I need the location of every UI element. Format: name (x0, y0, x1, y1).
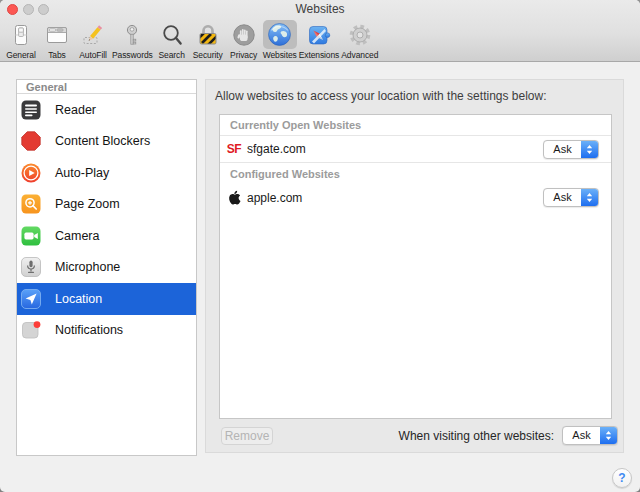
toolbar-label: Security (193, 50, 223, 60)
toolbar-item-general[interactable]: General (4, 20, 38, 60)
site-name: apple.com (247, 191, 543, 205)
play-circle-icon (21, 163, 41, 183)
toolbar-item-search[interactable]: Search (155, 20, 189, 60)
help-button[interactable]: ? (612, 468, 632, 488)
sidebar-item-label: Notifications (55, 323, 123, 337)
hand-icon (227, 20, 261, 49)
tabs-window-icon (40, 20, 74, 49)
sidebar-item-camera[interactable]: Camera (17, 220, 196, 252)
section-header-configured: Configured Websites (220, 163, 611, 184)
window-title: Websites (0, 2, 640, 16)
globe-icon (263, 20, 297, 49)
panel-heading: Allow websites to access your location w… (206, 80, 623, 103)
sidebar-item-microphone[interactable]: Microphone (17, 252, 196, 284)
toolbar-item-extensions[interactable]: Extensions (299, 20, 340, 60)
toolbar-label: Search (159, 50, 185, 60)
microphone-icon (21, 257, 41, 277)
sidebar-item-label: Reader (55, 103, 96, 117)
sfgate-favicon: SF (226, 141, 242, 157)
popup-stepper-icon (600, 427, 617, 444)
video-camera-icon (21, 226, 41, 246)
sidebar-item-page-zoom[interactable]: Page Zoom (17, 189, 196, 221)
sidebar-item-label: Location (55, 292, 102, 306)
puzzle-compass-icon (302, 20, 336, 49)
when-visiting-label: When visiting other websites: (399, 429, 554, 443)
sidebar-item-auto-play[interactable]: Auto-Play (17, 157, 196, 189)
sidebar-item-label: Content Blockers (55, 134, 150, 148)
toolbar-label: General (6, 50, 36, 60)
toolbar-item-advanced[interactable]: Advanced (341, 20, 378, 60)
toolbar-label: Passwords (112, 50, 153, 60)
toolbar-label: Websites (263, 50, 297, 60)
toolbar-item-tabs[interactable]: Tabs (40, 20, 74, 60)
light-switch-icon (4, 20, 38, 49)
site-name: sfgate.com (247, 142, 543, 156)
panel-footer: Remove When visiting other websites: Ask (206, 419, 623, 452)
when-visiting-popup[interactable]: Ask (562, 426, 618, 445)
table-row-sfgate[interactable]: SF sfgate.com Ask (220, 136, 611, 163)
section-header-currently-open: Currently Open Websites (220, 115, 611, 136)
hazard-lock-icon (191, 20, 225, 49)
window-chrome: Websites General (0, 0, 640, 62)
sidebar-item-content-blockers[interactable]: Content Blockers (17, 126, 196, 158)
sidebar-item-reader[interactable]: Reader (17, 94, 196, 126)
toolbar-label: Advanced (341, 50, 378, 60)
navigation-arrow-icon (21, 289, 41, 309)
apple-favicon (226, 190, 242, 206)
toolbar-label: AutoFill (79, 50, 107, 60)
toolbar-label: Privacy (230, 50, 257, 60)
table-row-apple[interactable]: apple.com Ask (220, 184, 611, 211)
sidebar-item-notifications[interactable]: Notifications (17, 315, 196, 347)
toolbar-label: Extensions (299, 50, 340, 60)
popup-stepper-icon (581, 141, 598, 158)
websites-table: Currently Open Websites SF sfgate.com As… (219, 114, 612, 419)
websites-sidebar: General Reader (16, 79, 197, 456)
remove-button[interactable]: Remove (221, 427, 273, 445)
popup-value: Ask (544, 141, 581, 158)
permission-popup-apple[interactable]: Ask (543, 188, 599, 207)
stop-octagon-icon (21, 131, 41, 151)
popup-value: Ask (544, 189, 581, 206)
sidebar-item-label: Page Zoom (55, 197, 120, 211)
popup-value: Ask (563, 427, 600, 444)
permission-popup-sfgate[interactable]: Ask (543, 140, 599, 159)
toolbar-item-autofill[interactable]: AutoFill (76, 20, 110, 60)
safari-preferences-window: Websites General (0, 0, 640, 492)
zoom-magnifier-icon (21, 194, 41, 214)
toolbar-item-security[interactable]: Security (191, 20, 225, 60)
preferences-toolbar: General Tabs (0, 20, 640, 60)
toolbar-item-websites[interactable]: Websites (263, 20, 297, 60)
sidebar-item-label: Auto-Play (55, 166, 109, 180)
magnifier-icon (155, 20, 189, 49)
location-settings-panel: Allow websites to access your location w… (205, 79, 624, 453)
popup-stepper-icon (581, 189, 598, 206)
toolbar-label: Tabs (48, 50, 66, 60)
titlebar: Websites (0, 0, 640, 18)
toolbar-item-privacy[interactable]: Privacy (227, 20, 261, 60)
gear-icon (343, 20, 377, 49)
pencil-icon (76, 20, 110, 49)
reader-icon (21, 100, 41, 120)
notification-badge-icon (21, 320, 41, 340)
key-icon (115, 20, 149, 49)
sidebar-item-label: Camera (55, 229, 99, 243)
toolbar-item-passwords[interactable]: Passwords (112, 20, 153, 60)
sidebar-header: General (17, 80, 196, 94)
sidebar-item-location[interactable]: Location (17, 283, 196, 315)
sidebar-item-label: Microphone (55, 260, 120, 274)
